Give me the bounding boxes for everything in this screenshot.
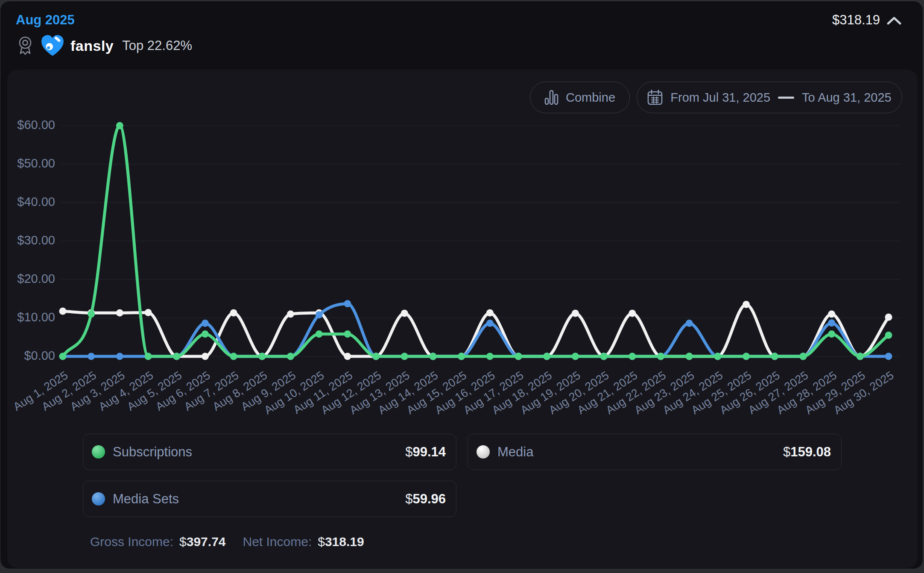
media-sets-value: $59.96 [405,491,446,507]
subscriptions-value: $99.14 [405,444,446,460]
date-range-button[interactable]: From Jul 31, 2025 To Aug 31, 2025 [637,82,902,113]
combine-button[interactable]: Combine [530,82,630,113]
combine-label: Combine [566,91,615,105]
subscriptions-color-dot [92,445,105,458]
gross-income-value: $397.74 [179,535,225,549]
bar-chart-icon [544,90,559,105]
month-label[interactable]: Aug 2025 [16,12,75,28]
fansly-earnings-page: { "header": { "month_label": "Aug 2025",… [0,0,924,573]
earnings-card: Aug 2025 $318.19 fansly Top 22.62% Combi… [0,1,923,569]
creator-rank: Top 22.62% [122,38,192,53]
brand-name: fansly [70,38,114,54]
calendar-icon [647,89,663,106]
collapse-toggle[interactable] [886,15,902,26]
date-from-label: From Jul 31, 2025 [670,91,770,105]
date-range-dash [778,97,794,99]
chevron-up-icon [886,15,902,26]
media-value: $159.08 [783,444,831,460]
income-summary: Gross Income: $397.74 Net Income: $318.1… [90,535,375,549]
media-color-dot [477,445,490,458]
media-sets-color-dot [92,492,105,505]
brand-row: fansly Top 22.62% [16,34,192,58]
media-sets-label: Media Sets [113,491,405,507]
net-income-value: $318.19 [318,535,364,549]
net-income-label: Net Income: [243,535,312,549]
header-total: $318.19 [832,12,880,28]
media-label: Media [497,444,783,460]
legend-card-subscriptions: Subscriptions $99.14 [83,434,456,470]
date-to-label: To Aug 31, 2025 [802,91,892,105]
legend-card-media-sets: Media Sets $59.96 [83,481,456,517]
legend-card-media: Media $159.08 [468,434,842,470]
subscriptions-label: Subscriptions [113,444,405,460]
gross-income-label: Gross Income: [90,535,173,549]
award-badge-icon [16,35,35,57]
fansly-heart-logo [41,35,64,57]
